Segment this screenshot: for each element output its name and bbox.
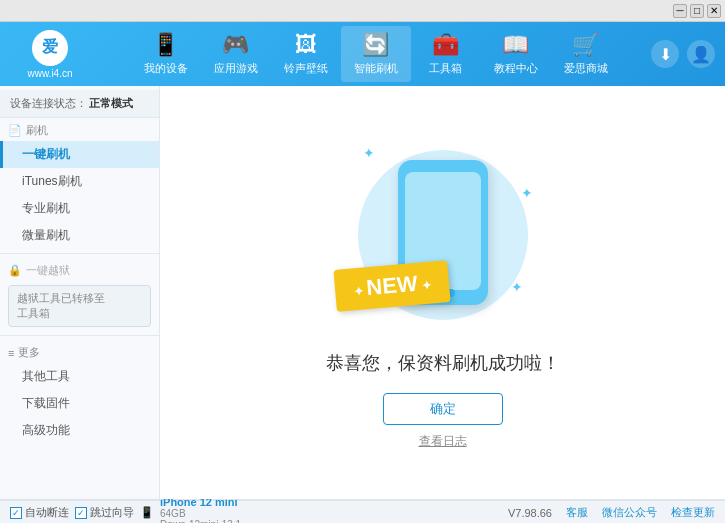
nav-item-store[interactable]: 🛒爱思商城 [551,26,621,82]
new-label: NEW [365,271,418,300]
nav-items: 📱我的设备🎮应用游戏🖼铃声壁纸🔄智能刷机🧰工具箱📖教程中心🛒爱思商城 [100,26,651,82]
success-text: 恭喜您，保资料刷机成功啦！ [326,351,560,375]
jailbreak-warning: 越狱工具已转移至工具箱 [8,285,151,327]
logo-icon: 爱 [32,30,68,66]
bottom-area: ✓ 自动断连 ✓ 跳过向导 📱 iPhone 12 mini 64GB Down… [0,499,725,523]
log-link[interactable]: 查看日志 [419,433,467,450]
nav-item-wallpaper[interactable]: 🖼铃声壁纸 [271,26,341,82]
star-right: ✦ [417,279,432,294]
skip-wizard-checkbox[interactable]: ✓ 跳过向导 [75,505,134,520]
sidebar-item-download-firmware[interactable]: 下载固件 [0,390,159,417]
nav-item-tutorial[interactable]: 📖教程中心 [481,26,551,82]
sidebar-item-micro-flash[interactable]: 微量刷机 [0,222,159,249]
bottombar: ✓ 自动断连 ✓ 跳过向导 📱 iPhone 12 mini 64GB Down… [0,500,725,523]
close-button[interactable]: ✕ [707,4,721,18]
skip-wizard-label: 跳过向导 [90,505,134,520]
device-model: Down-12mini-13,1 [160,519,241,524]
status-bar: 设备连接状态：正常模式 [0,90,159,118]
sidebar-item-pro-flash[interactable]: 专业刷机 [0,195,159,222]
success-container: ✦ NEW ✦ ✦ ✦ ✦ 恭喜您，保资料刷机成功啦！ 确定 查看日志 [326,135,560,450]
top-navbar: 爱 www.i4.cn 📱我的设备🎮应用游戏🖼铃声壁纸🔄智能刷机🧰工具箱📖教程中… [0,22,725,86]
toolbox-icon: 🧰 [432,32,459,58]
jailbreak-label: 一键越狱 [26,263,70,278]
device-icon: 📱 [140,506,154,519]
skip-wizard-check-icon: ✓ [75,507,87,519]
sidebar-item-one-click-flash[interactable]: 一键刷机 [0,141,159,168]
more-label: 更多 [18,345,40,360]
sidebar-section-flash: 📄 刷机 [0,118,159,141]
phone-illustration: ✦ NEW ✦ ✦ ✦ ✦ [343,135,543,335]
flash-label: 刷机 [26,123,48,138]
user-button[interactable]: 👤 [687,40,715,68]
auto-close-label: 自动断连 [25,505,69,520]
auto-close-check-icon: ✓ [10,507,22,519]
sparkle-1: ✦ [363,145,375,161]
minimize-button[interactable]: ─ [673,4,687,18]
nav-item-apps[interactable]: 🎮应用游戏 [201,26,271,82]
sparkle-3: ✦ [511,279,523,295]
apps-icon: 🎮 [222,32,249,58]
flash-icon: 📄 [8,124,22,137]
maximize-button[interactable]: □ [690,4,704,18]
sidebar-section-jailbreak: 🔒 一键越狱 [0,258,159,281]
sidebar-section-more: ≡ 更多 [0,340,159,363]
bottom-right: V7.98.66 客服 微信公众号 检查更新 [508,505,715,520]
sparkle-2: ✦ [521,185,533,201]
star-left: ✦ [352,284,367,299]
nav-item-my-device[interactable]: 📱我的设备 [131,26,201,82]
more-icon: ≡ [8,347,14,359]
wechat-link[interactable]: 微信公众号 [602,505,657,520]
my-device-icon: 📱 [152,32,179,58]
wallpaper-icon: 🖼 [295,32,317,58]
divider1 [0,253,159,254]
check-update-link[interactable]: 检查更新 [671,505,715,520]
download-button[interactable]: ⬇ [651,40,679,68]
device-storage: 64GB [160,508,241,519]
lock-icon: 🔒 [8,264,22,277]
auto-close-checkbox[interactable]: ✓ 自动断连 [10,505,69,520]
status-value: 正常模式 [89,97,133,109]
divider2 [0,335,159,336]
customer-service-link[interactable]: 客服 [566,505,588,520]
tutorial-icon: 📖 [502,32,529,58]
bottom-left: ✓ 自动断连 ✓ 跳过向导 📱 iPhone 12 mini 64GB Down… [10,496,241,524]
logo-text: www.i4.cn [27,68,72,79]
store-icon: 🛒 [572,32,599,58]
sidebar-item-advanced[interactable]: 高级功能 [0,417,159,444]
nav-right: ⬇ 👤 [651,40,715,68]
nav-item-smart-flash[interactable]: 🔄智能刷机 [341,26,411,82]
content-area: ✦ NEW ✦ ✦ ✦ ✦ 恭喜您，保资料刷机成功啦！ 确定 查看日志 [160,86,725,499]
sidebar-item-other-tools[interactable]: 其他工具 [0,363,159,390]
version-text: V7.98.66 [508,507,552,519]
titlebar: ─ □ ✕ [0,0,725,22]
sidebar: 设备连接状态：正常模式 📄 刷机 一键刷机 iTunes刷机 专业刷机 微量刷机… [0,86,160,499]
main-area: 设备连接状态：正常模式 📄 刷机 一键刷机 iTunes刷机 专业刷机 微量刷机… [0,86,725,499]
smart-flash-icon: 🔄 [362,32,389,58]
status-label: 设备连接状态： [10,97,87,109]
confirm-button[interactable]: 确定 [383,393,503,425]
device-info: 📱 iPhone 12 mini 64GB Down-12mini-13,1 [140,496,241,524]
nav-item-toolbox[interactable]: 🧰工具箱 [411,26,481,82]
logo: 爱 www.i4.cn [10,30,90,79]
sidebar-item-itunes-flash[interactable]: iTunes刷机 [0,168,159,195]
